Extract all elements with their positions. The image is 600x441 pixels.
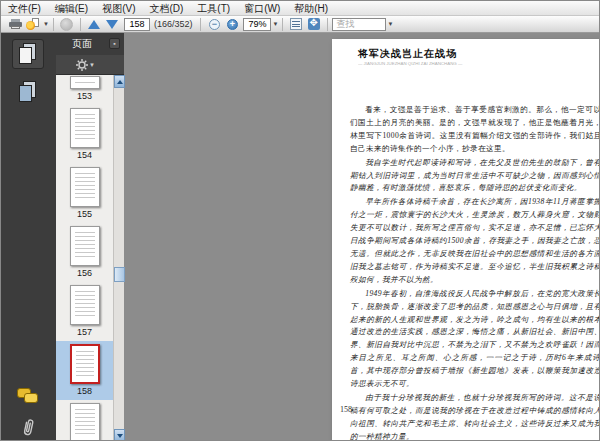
menu-file[interactable]: 文件(F) bbox=[1, 1, 48, 16]
fit-page-icon bbox=[308, 18, 320, 30]
fit-page-button[interactable] bbox=[305, 17, 323, 32]
previous-page-button[interactable] bbox=[85, 17, 103, 32]
zoom-out-button[interactable]: − bbox=[205, 17, 223, 32]
pages-panel-header: 页面 ▪ bbox=[56, 33, 124, 55]
find-dropdown-caret[interactable]: ▼ bbox=[387, 21, 393, 27]
page-up-icon bbox=[88, 20, 100, 29]
page-running-title: 将军决战岂止在战场 bbox=[358, 47, 600, 61]
menu-document[interactable]: 文档(D) bbox=[142, 1, 190, 16]
toolbar: ▼ (166/352) − + ▼ ▼ bbox=[1, 16, 600, 33]
fit-width-button[interactable] bbox=[287, 17, 305, 32]
options-dropdown-caret[interactable]: ▼ bbox=[89, 62, 95, 68]
pages-panel: 页面 ▪ ▼ bbox=[56, 33, 124, 441]
zoom-in-button[interactable]: + bbox=[223, 17, 241, 32]
thumbnail-page-154[interactable]: 154 bbox=[56, 105, 113, 164]
menu-tools[interactable]: 工具(T) bbox=[190, 1, 237, 16]
tab-attachments[interactable] bbox=[12, 413, 44, 441]
export-icon bbox=[26, 18, 40, 30]
content-region: 页面 ▪ ▼ bbox=[1, 33, 600, 441]
disabled-round-icon bbox=[60, 18, 73, 31]
zoom-out-icon: − bbox=[209, 19, 220, 30]
pages-panel-title: 页面 bbox=[72, 38, 92, 49]
page-count-label: (166/352) bbox=[154, 19, 193, 29]
disabled-tool-button bbox=[58, 17, 76, 32]
thumbnail-page-158-selected[interactable]: 158 bbox=[56, 341, 113, 400]
layers-icon bbox=[19, 81, 37, 103]
menu-bar: 文件(F) 编辑(E) 视图(V) 文档(D) 工具(T) 窗口(W) 帮助(H… bbox=[1, 1, 600, 16]
thumbnail-page-159[interactable]: 159 bbox=[56, 400, 113, 441]
scrollbar-thumb[interactable] bbox=[114, 267, 125, 282]
fit-width-icon bbox=[290, 18, 302, 30]
document-view[interactable]: 将军决战岂止在战场 — JIANGJUN JUEZHAN QIZHI ZAI Z… bbox=[125, 33, 600, 441]
pdf-page: 将军决战岂止在战场 — JIANGJUN JUEZHAN QIZHI ZAI Z… bbox=[332, 39, 600, 441]
panel-options-bar: ▼ bbox=[56, 55, 124, 75]
toolbar-separator bbox=[80, 18, 81, 31]
thumbnail-page-157[interactable]: 157 bbox=[56, 282, 113, 341]
comments-icon bbox=[17, 388, 39, 404]
page-number: 158 bbox=[340, 405, 352, 414]
thumbnail-label: 154 bbox=[77, 150, 92, 160]
toolbar-separator bbox=[53, 18, 54, 31]
thumbnail-label: 156 bbox=[77, 268, 92, 278]
toolbar-separator bbox=[200, 18, 201, 31]
paragraph-quote: 由于我十分珍视我的新生，也就十分珍视我所写的诗词。这不是说我的诗稿有何可取之处，… bbox=[350, 392, 600, 441]
tab-layers[interactable] bbox=[12, 77, 44, 107]
find-input[interactable] bbox=[332, 18, 386, 31]
zoom-dropdown-caret[interactable]: ▼ bbox=[272, 21, 278, 27]
print-button[interactable] bbox=[6, 17, 24, 32]
paragraph: 看来，文强是善于追求、善于享受感官刺激的。那么，他一定可以发现我们国土上的月亮的… bbox=[350, 104, 600, 156]
paperclip-icon bbox=[21, 417, 35, 439]
toolbar-separator bbox=[327, 18, 328, 31]
thumbnail-label: 158 bbox=[77, 386, 92, 396]
page-number-input[interactable] bbox=[124, 18, 150, 31]
thumbnail-label: 155 bbox=[77, 209, 92, 219]
printer-icon bbox=[9, 19, 22, 29]
zoom-level-input[interactable] bbox=[243, 18, 271, 31]
pages-icon bbox=[19, 43, 37, 65]
tab-pages[interactable] bbox=[12, 39, 44, 69]
menu-edit[interactable]: 编辑(E) bbox=[48, 1, 95, 16]
paragraph-quote: 1949年春初，自淮海战役反人民战争中解放后，在党的宽大政策长期教养下，脱胎换骨… bbox=[350, 288, 600, 391]
navigation-tab-strip bbox=[1, 33, 56, 441]
page-down-icon bbox=[106, 20, 118, 29]
thumbnail-page-156[interactable]: 156 bbox=[56, 223, 113, 282]
thumbnail-list: 153 154 155 156 157 bbox=[56, 75, 113, 441]
paragraph-quote: 早年所作各体诗稿千余首，存在长沙寓所，因1938年11月蒋匪掌握主政，付之一炬，… bbox=[350, 196, 600, 286]
next-page-button[interactable] bbox=[103, 17, 121, 32]
export-button[interactable] bbox=[24, 17, 42, 32]
toolbar-separator bbox=[282, 18, 283, 31]
menu-window[interactable]: 窗口(W) bbox=[237, 1, 287, 16]
thumbnail-label: 153 bbox=[77, 91, 92, 101]
scroll-down-icon[interactable] bbox=[114, 429, 125, 441]
page-body-text: 看来，文强是善于追求、善于享受感官刺激的。那么，他一定可以发现我们国土上的月亮的… bbox=[350, 104, 600, 441]
paragraph-quote: 我自学生时代起即读诗和写诗，在先父及世伯先生的鼓励下，曾有一段时期钻入到旧诗词里… bbox=[350, 157, 600, 196]
thumbnail-scrollbar[interactable] bbox=[113, 75, 124, 441]
menu-help[interactable]: 帮助(H) bbox=[287, 1, 335, 16]
export-dropdown-caret[interactable]: ▼ bbox=[43, 21, 49, 27]
thumbnail-page-153[interactable]: 153 bbox=[56, 76, 113, 105]
page-running-subtitle: — JIANGJUN JUEZHAN QIZHI ZAI ZHANCHANG — bbox=[358, 61, 578, 66]
panel-menu-button[interactable]: ▪ bbox=[109, 38, 120, 49]
thumbnail-label: 157 bbox=[77, 327, 92, 337]
options-gear-icon[interactable] bbox=[76, 59, 88, 71]
scroll-up-icon[interactable] bbox=[114, 75, 125, 88]
pdf-reader-window: 文件(F) 编辑(E) 视图(V) 文档(D) 工具(T) 窗口(W) 帮助(H… bbox=[0, 0, 600, 441]
tab-comments[interactable] bbox=[12, 381, 44, 411]
zoom-in-icon: + bbox=[227, 19, 238, 30]
menu-view[interactable]: 视图(V) bbox=[95, 1, 142, 16]
thumbnail-page-155[interactable]: 155 bbox=[56, 164, 113, 223]
